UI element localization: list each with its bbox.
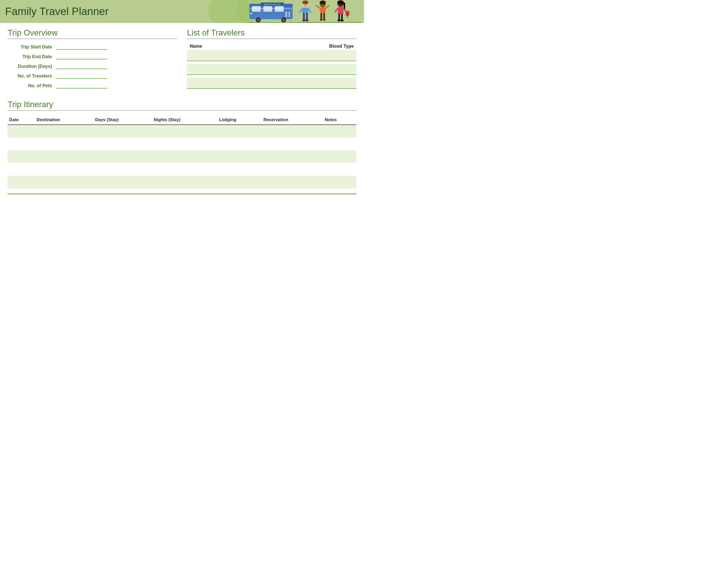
trip-end-date-input[interactable] [56,53,107,59]
trip-overview-section: Trip Overview Trip Start Date Trip End D… [8,28,177,92]
svg-rect-22 [303,13,305,20]
svg-point-12 [257,19,259,21]
svg-line-31 [316,6,320,8]
svg-line-20 [300,9,302,12]
itinerary-title: Trip Itinerary [8,100,356,111]
itinerary-row-5[interactable] [8,176,356,188]
itinerary-row-2[interactable] [8,137,356,150]
num-pets-label: No. of Pets [10,83,56,88]
itinerary-reservation-1 [262,125,323,137]
svg-rect-5 [250,8,292,9]
trip-end-date-row: Trip End Date [8,53,177,59]
itinerary-lodging-5 [218,176,262,188]
itinerary-row-1[interactable] [8,125,356,137]
num-travelers-row: No. of Travelers [8,73,177,79]
itinerary-lodging-1 [218,125,262,137]
traveler-row-1[interactable] [187,50,356,61]
col-blood-header: Blood Type [299,44,354,49]
svg-rect-30 [320,8,326,13]
bus-illustration: AIRPORT SHUTTLE [247,0,298,23]
traveler-row-2[interactable] [187,64,356,75]
svg-point-50 [347,17,348,18]
svg-rect-42 [338,7,343,14]
itinerary-days-2 [94,137,152,150]
itinerary-notes-4 [323,163,356,176]
svg-rect-15 [250,13,252,14]
trip-start-date-row: Trip Start Date [8,44,177,50]
svg-point-53 [341,19,344,21]
num-pets-input[interactable] [56,82,107,88]
page-title: Family Travel Planner [5,5,109,18]
svg-point-24 [302,19,305,21]
itinerary-notes-5 [323,176,356,188]
num-pets-row: No. of Pets [8,82,177,88]
itinerary-nights-5 [152,176,218,188]
trip-end-date-label: Trip End Date [10,54,56,59]
travelers-title: List of Travelers [187,28,356,39]
itinerary-date-5 [8,176,35,188]
itinerary-days-4 [94,163,152,176]
svg-rect-46 [341,14,343,20]
itinerary-date-2 [8,137,35,150]
itinerary-header-row: Date Destination Days (Stay) Nights (Sta… [8,115,356,125]
trip-overview-title: Trip Overview [8,28,177,39]
itinerary-destination-3 [35,150,94,163]
itinerary-destination-4 [35,163,94,176]
itinerary-notes-3 [323,150,356,163]
itinerary-row-4[interactable] [8,163,356,176]
duration-days-row: Duration (Days) [8,63,177,69]
itinerary-lodging-4 [218,163,262,176]
itinerary-row-3[interactable] [8,150,356,163]
itinerary-notes-1 [323,125,356,137]
itinerary-nights-4 [152,163,218,176]
itinerary-date-1 [8,125,35,137]
num-travelers-input[interactable] [56,73,107,79]
col-name-header: Name [190,44,299,49]
travelers-table-header: Name Blood Type [187,44,356,49]
col-nights-header: Nights (Stay) [152,115,218,125]
itinerary-section: Trip Itinerary Date Destination Days (St… [8,100,356,188]
col-date-header: Date [8,115,35,125]
trip-start-date-label: Trip Start Date [10,44,56,50]
main-content: Trip Overview Trip Start Date Trip End D… [0,23,364,199]
col-days-header: Days (Stay) [94,115,152,125]
page-header: Family Travel Planner AIRPORT SHUTTLE [0,0,364,23]
itinerary-reservation-5 [262,176,323,188]
itinerary-destination-1 [35,125,94,137]
itinerary-table: Date Destination Days (Stay) Nights (Sta… [8,115,356,188]
itinerary-destination-5 [35,176,94,188]
svg-rect-34 [323,13,325,19]
footer-divider [8,193,356,194]
duration-days-label: Duration (Days) [10,64,56,69]
svg-point-25 [305,19,308,21]
svg-point-40 [337,0,344,5]
svg-line-21 [308,9,311,12]
itinerary-days-1 [94,125,152,137]
itinerary-lodging-3 [218,150,262,163]
itinerary-notes-2 [323,137,356,150]
svg-point-14 [282,19,285,21]
deco-circle-3 [209,0,249,23]
traveler-row-3[interactable] [187,77,356,89]
itinerary-nights-1 [152,125,218,137]
svg-rect-7 [285,11,288,17]
svg-point-35 [320,19,322,21]
itinerary-nights-2 [152,137,218,150]
trip-start-date-input[interactable] [56,44,107,50]
duration-days-input[interactable] [56,63,107,69]
svg-rect-23 [306,13,308,20]
itinerary-date-4 [8,163,35,176]
svg-point-18 [302,1,308,4]
itinerary-reservation-4 [262,163,323,176]
svg-point-26 [304,4,305,5]
svg-rect-19 [302,8,308,13]
itinerary-lodging-2 [218,137,262,150]
svg-point-36 [323,19,326,21]
itinerary-destination-2 [35,137,94,150]
people-illustration [298,0,364,23]
itinerary-days-5 [94,176,152,188]
svg-line-43 [335,8,338,12]
svg-point-54 [339,3,340,4]
itinerary-nights-3 [152,150,218,163]
itinerary-reservation-3 [262,150,323,163]
